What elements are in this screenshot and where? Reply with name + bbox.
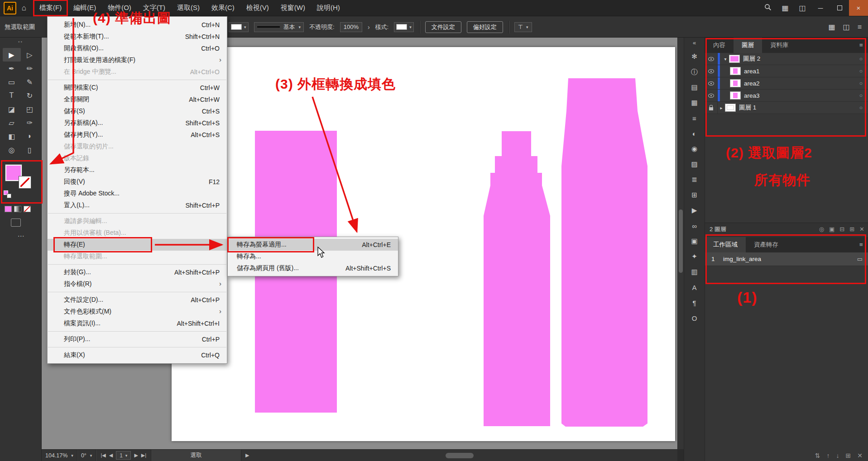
menu-item-document-color-mode[interactable]: 文件色彩模式(M)	[48, 306, 227, 318]
menu-item-export-for-screens[interactable]: 轉存為螢幕適用... Alt+Ctrl+E	[228, 239, 398, 251]
actions-panel-icon[interactable]: ▶	[684, 203, 705, 218]
menu-file[interactable]: 檔案(F)	[34, 0, 67, 16]
menu-window[interactable]: 視窗(W)	[275, 0, 311, 16]
expand-layer-icon[interactable]: ▸	[718, 105, 725, 110]
menu-item-document-setup[interactable]: 文件設定(D)... Alt+Ctrl+P	[48, 294, 227, 306]
gradient-tool[interactable]: ◧	[3, 129, 21, 143]
menu-item-save-as[interactable]: 另存新檔(A)... Shift+Ctrl+S	[48, 117, 227, 129]
swatches-panel-icon[interactable]: ▦	[684, 95, 705, 110]
menu-item-save-as-template[interactable]: 另存範本...	[48, 164, 227, 176]
gradient-button[interactable]	[14, 206, 21, 212]
menu-item-save[interactable]: 儲存(S) Ctrl+S	[48, 105, 227, 117]
info-panel-icon[interactable]: ⓘ	[684, 64, 705, 80]
zoom-tool[interactable]: ◎	[3, 143, 21, 157]
zoom-dropdown[interactable]: 104.17% ▾	[42, 450, 77, 461]
menu-item-save-for-web[interactable]: 儲存為網頁用 (舊版)... Alt+Shift+Ctrl+S	[228, 262, 398, 274]
layer-name[interactable]: area2	[744, 80, 760, 87]
opacity-more-icon[interactable]: ›	[368, 24, 370, 31]
direct-selection-tool[interactable]: ▷	[21, 48, 39, 62]
scale-tool[interactable]: ◰	[21, 102, 39, 116]
menu-help[interactable]: 說明(H)	[311, 0, 346, 16]
menu-item-package[interactable]: 封裝(G)... Alt+Shift+Ctrl+P	[48, 266, 227, 278]
shape-bottle-large[interactable]	[561, 78, 647, 427]
arrange-documents-icon[interactable]: ▦	[777, 4, 794, 12]
layer-row-area2[interactable]: area2 ○	[705, 77, 868, 90]
eraser-tool[interactable]: ◪	[3, 102, 21, 116]
menu-item-close-all[interactable]: 全部關閉 Alt+Ctrl+W	[48, 94, 227, 105]
visibility-toggle[interactable]	[705, 65, 718, 77]
menu-item-export[interactable]: 轉存(E)	[48, 239, 227, 251]
control-menu-icon[interactable]: ≡	[858, 23, 862, 31]
delete-artboard-icon[interactable]: ✕	[857, 452, 863, 459]
links-panel-icon[interactable]: ∞	[684, 218, 705, 233]
layer-thumbnail[interactable]	[730, 67, 741, 75]
vertical-scrollbar-thumb[interactable]	[679, 209, 683, 273]
artboards-panel-menu-icon[interactable]: ≡	[854, 237, 868, 252]
tab-libraries[interactable]: 資料庫	[762, 38, 797, 53]
home-icon[interactable]: ⌂	[16, 4, 32, 13]
menu-select[interactable]: 選取(S)	[171, 0, 206, 16]
target-circle-icon[interactable]: ○	[859, 105, 863, 111]
align-options-dropdown[interactable]: ⊤ ▾	[514, 22, 532, 32]
menu-item-export-selection[interactable]: 轉存選取範圍...	[48, 251, 227, 262]
move-down-icon[interactable]: ↓	[836, 452, 839, 459]
graphic-styles-panel-icon[interactable]: ✦	[684, 249, 705, 264]
rotate-tool[interactable]: ↻	[21, 89, 39, 102]
layers-panel-menu-icon[interactable]: ≡	[854, 38, 868, 53]
layout-icon[interactable]: ◫	[843, 23, 850, 31]
pencil-tool[interactable]: ✑	[21, 116, 39, 129]
horizontal-scrollbar[interactable]	[253, 450, 677, 461]
opacity-dropdown[interactable]: 100%	[340, 22, 362, 32]
menu-item-invite-to-edit[interactable]: 邀請參與編輯...	[48, 215, 227, 227]
transform-panel-icon[interactable]: ⊞	[684, 187, 705, 203]
lock-toggle[interactable]	[705, 102, 718, 114]
layer-row-area1[interactable]: area1 ○	[705, 65, 868, 77]
layer-row-layer2[interactable]: ▾ 圖層 2 ○	[705, 53, 868, 65]
last-artboard-icon[interactable]: ▶|	[141, 452, 146, 458]
artboard-tool[interactable]: ▯	[21, 143, 39, 157]
rectangle-tool[interactable]: ▭	[3, 75, 21, 89]
menu-item-open[interactable]: 開啟舊檔(O)... Ctrl+O	[48, 43, 227, 54]
menu-item-close[interactable]: 關閉檔案(C) Ctrl+W	[48, 82, 227, 94]
default-stroke-swatch[interactable]	[7, 194, 11, 198]
new-artboard-icon[interactable]: ⊞	[846, 452, 851, 459]
curvature-tool[interactable]: ✏	[21, 62, 39, 75]
horizontal-scrollbar-thumb[interactable]	[446, 453, 474, 458]
target-circle-icon[interactable]: ○	[859, 92, 863, 99]
edit-toolbar-icon[interactable]: ⋯	[0, 232, 42, 240]
make-clipping-mask-icon[interactable]: ▣	[829, 226, 834, 233]
menu-view[interactable]: 檢視(V)	[240, 0, 275, 16]
layer-thumbnail[interactable]	[730, 91, 741, 100]
minimize-button[interactable]: ─	[811, 0, 830, 16]
status-play-icon[interactable]: ▶	[241, 452, 253, 458]
pen-tool[interactable]: ✒	[3, 62, 21, 75]
menu-item-exit[interactable]: 結束(X) Ctrl+Q	[48, 349, 227, 361]
target-circle-icon[interactable]: ○	[859, 56, 863, 62]
menu-item-search-adobe-stock[interactable]: 搜尋 Adobe Stock...	[48, 188, 227, 200]
menu-effect[interactable]: 效果(C)	[206, 0, 240, 16]
properties-panel-icon[interactable]: ✻	[684, 49, 705, 64]
navigator-panel-icon[interactable]: ▤	[684, 80, 705, 95]
menu-item-file-info[interactable]: 檔案資訊(I)... Alt+Shift+Ctrl+I	[48, 318, 227, 329]
tab-layers[interactable]: 圖層	[734, 38, 762, 53]
artboard-row[interactable]: 1 img_link_area ▭	[705, 252, 868, 266]
artboard-number-field[interactable]: 1 ▾	[116, 451, 131, 460]
layer-row-area3[interactable]: area3 ○	[705, 90, 868, 102]
brush-definition-dropdown[interactable]: 基本 ▾	[254, 22, 304, 32]
preferences-button[interactable]: 偏好設定	[467, 21, 503, 33]
align-panel-icon[interactable]: ≣	[684, 172, 705, 187]
new-layer-icon[interactable]: ⊞	[849, 226, 854, 233]
tab-asset-export[interactable]: 資產轉存	[746, 237, 786, 252]
transparency-panel-icon[interactable]: ◐	[684, 126, 705, 141]
paragraph-panel-icon[interactable]: ¶	[684, 295, 705, 310]
paintbrush-tool[interactable]: ✎	[21, 75, 39, 89]
locate-object-icon[interactable]: ◎	[819, 226, 824, 233]
stroke-color-swatch[interactable]	[19, 176, 31, 188]
artboards-panel-icon[interactable]: ▥	[684, 264, 705, 280]
character-panel-icon[interactable]: A	[684, 280, 705, 295]
draw-mode-button[interactable]	[11, 219, 21, 227]
layer-name[interactable]: area1	[744, 68, 760, 75]
target-circle-icon[interactable]: ○	[859, 80, 863, 86]
rotation-dropdown[interactable]: 0° ▾	[77, 450, 96, 461]
type-tool[interactable]: T	[3, 89, 21, 102]
